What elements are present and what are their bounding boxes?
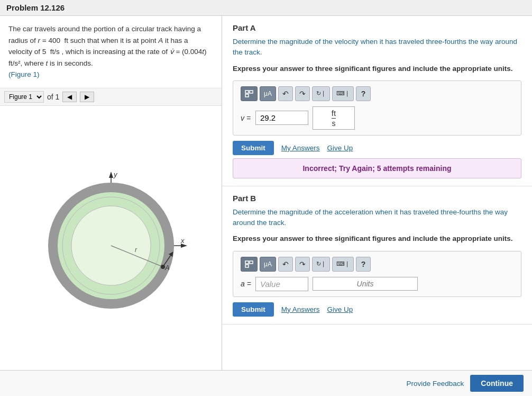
part-a-give-up-button[interactable]: Give Up <box>327 144 353 152</box>
problem-title: Problem 12.126 <box>0 0 532 16</box>
part-a-incorrect-banner: Incorrect; Try Again; 5 attempts remaini… <box>233 158 521 178</box>
grid-icon-button[interactable] <box>241 86 258 101</box>
part-a-unit-bottom: s <box>332 119 336 128</box>
figure-prev-button[interactable]: ◀ <box>62 92 77 102</box>
part-a-answer-box: μA ↶ ↷ ↻❘ ⌨❘ ? v = ft s <box>233 80 521 136</box>
part-b-my-answers-button[interactable]: My Answers <box>281 305 320 313</box>
part-a-description: Determine the magnitude of the velocity … <box>233 37 521 58</box>
figure-canvas: y x r <box>0 106 222 370</box>
part-b-submit-button[interactable]: Submit <box>233 302 274 317</box>
svg-marker-2 <box>109 172 113 178</box>
part-a-answer-row: v = ft s <box>241 106 513 130</box>
part-a-answer-label: v = <box>241 114 251 122</box>
part-a-section: Part A Determine the magnitude of the ve… <box>222 16 532 186</box>
mu-button[interactable]: μA <box>260 86 276 101</box>
part-a-my-answers-button[interactable]: My Answers <box>281 144 320 152</box>
keyboard-button[interactable]: ⌨❘ <box>332 86 354 101</box>
problem-text: The car travels around the portion of a … <box>0 16 222 88</box>
svg-rect-21 <box>245 265 249 267</box>
figure-header: Figure 1 of 1 ◀ ▶ <box>0 88 222 106</box>
part-b-title: Part B <box>233 194 521 203</box>
provide-feedback-link[interactable]: Provide Feedback <box>407 380 464 388</box>
part-b-grid-icon-button[interactable] <box>241 257 258 272</box>
help-button-a[interactable]: ? <box>356 86 371 101</box>
part-b-keyboard-button[interactable]: ⌨❘ <box>332 257 354 272</box>
part-a-action-row: Submit My Answers Give Up <box>233 141 521 155</box>
part-b-give-up-button[interactable]: Give Up <box>327 305 353 313</box>
part-b-answer-box: μA ↶ ↷ ↻❘ ⌨❘ ? a = <box>233 251 521 297</box>
part-b-refresh-button[interactable]: ↻❘ <box>312 257 330 272</box>
svg-rect-19 <box>245 261 249 264</box>
part-b-instruction: Express your answer to three significant… <box>233 233 521 244</box>
figure-selector[interactable]: Figure 1 <box>4 91 44 103</box>
part-b-description: Determine the magnitude of the accelerat… <box>233 207 521 229</box>
bottom-bar: Provide Feedback Continue <box>0 370 532 396</box>
part-a-units-box: ft s <box>313 106 355 130</box>
svg-rect-18 <box>245 94 249 97</box>
part-a-submit-button[interactable]: Submit <box>233 141 274 155</box>
part-b-mu-button[interactable]: μA <box>260 257 276 272</box>
figure-link[interactable]: (Figure 1) <box>8 70 40 78</box>
svg-rect-20 <box>250 261 253 264</box>
part-a-value-input[interactable] <box>255 111 308 125</box>
part-b-units-input[interactable] <box>313 277 418 291</box>
svg-rect-17 <box>250 91 253 93</box>
figure-next-button[interactable]: ▶ <box>80 92 94 102</box>
part-b-answer-row: a = <box>241 277 513 291</box>
part-b-answer-label: a = <box>241 280 251 288</box>
figure-container: Figure 1 of 1 ◀ ▶ y x <box>0 88 222 370</box>
figure-of-label: of 1 <box>47 93 59 101</box>
continue-button[interactable]: Continue <box>470 375 524 392</box>
redo-button[interactable]: ↷ <box>295 86 310 101</box>
help-button-b[interactable]: ? <box>356 257 371 272</box>
right-panel: Part A Determine the magnitude of the ve… <box>222 16 532 370</box>
undo-button[interactable]: ↶ <box>278 86 293 101</box>
part-a-toolbar: μA ↶ ↷ ↻❘ ⌨❘ ? <box>241 86 513 101</box>
svg-text:y: y <box>113 170 118 178</box>
svg-text:x: x <box>180 237 185 245</box>
part-a-instruction: Express your answer to three significant… <box>233 64 521 74</box>
part-a-title: Part A <box>233 23 521 32</box>
part-b-section: Part B Determine the magnitude of the ac… <box>222 186 532 325</box>
refresh-button[interactable]: ↻❘ <box>312 86 330 101</box>
figure-svg: y x r <box>32 166 190 309</box>
part-a-unit-top: ft <box>332 109 336 119</box>
part-b-undo-button[interactable]: ↶ <box>278 257 293 272</box>
part-b-redo-button[interactable]: ↷ <box>295 257 310 272</box>
part-b-toolbar: μA ↶ ↷ ↻❘ ⌨❘ ? <box>241 257 513 272</box>
svg-rect-16 <box>245 91 249 93</box>
part-b-value-input[interactable] <box>255 277 308 291</box>
part-b-action-row: Submit My Answers Give Up <box>233 302 521 317</box>
svg-text:A: A <box>164 264 170 272</box>
